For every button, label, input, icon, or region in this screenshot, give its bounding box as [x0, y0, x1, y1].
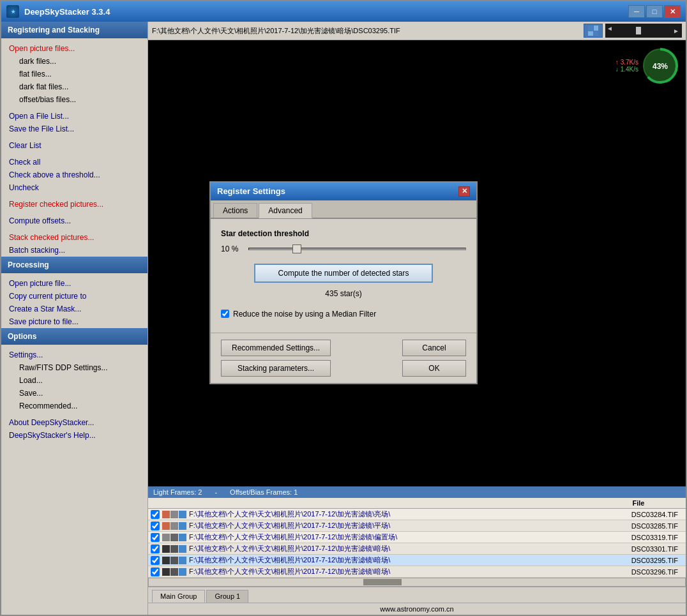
- modal-body: Star detection threshold 10 % Compute th…: [211, 219, 476, 383]
- threshold-slider-thumb[interactable]: [292, 244, 301, 253]
- threshold-slider-row: 10 %: [221, 244, 466, 253]
- cancel-button[interactable]: Cancel: [402, 340, 466, 356]
- modal-title: Register Settings: [217, 186, 285, 196]
- threshold-slider-track[interactable]: [248, 248, 466, 250]
- reduce-noise-label: Reduce the noise by using a Median Filte…: [233, 310, 376, 319]
- stacking-parameters-button[interactable]: Stacking parameters...: [221, 360, 331, 377]
- reduce-noise-row: Reduce the noise by using a Median Filte…: [221, 306, 466, 322]
- tab-advanced[interactable]: Advanced: [259, 203, 312, 218]
- star-detection-label: Star detection threshold: [221, 229, 466, 238]
- recommended-settings-button[interactable]: Recommended Settings...: [221, 340, 331, 356]
- modal-footer: Recommended Settings... Stacking paramet…: [211, 333, 476, 383]
- modal-close-button[interactable]: ✕: [458, 186, 470, 197]
- modal-title-bar: Register Settings ✕: [211, 183, 476, 200]
- slider-value: 10 %: [221, 244, 243, 253]
- reduce-noise-checkbox[interactable]: [221, 310, 229, 318]
- compute-stars-button[interactable]: Compute the number of detected stars: [254, 264, 433, 283]
- modal-footer-left: Recommended Settings... Stacking paramet…: [221, 340, 331, 377]
- register-settings-modal: Register Settings ✕ Actions Advanced Sta…: [209, 181, 478, 384]
- ok-button[interactable]: OK: [402, 360, 466, 377]
- modal-overlay: Register Settings ✕ Actions Advanced Sta…: [0, 0, 687, 616]
- tab-actions[interactable]: Actions: [213, 203, 257, 218]
- star-count-result: 435 star(s): [221, 289, 466, 298]
- modal-tabs: Actions Advanced: [211, 200, 476, 219]
- modal-footer-right: Cancel OK: [402, 340, 466, 377]
- modal-content-advanced: Star detection threshold 10 % Compute th…: [211, 219, 476, 333]
